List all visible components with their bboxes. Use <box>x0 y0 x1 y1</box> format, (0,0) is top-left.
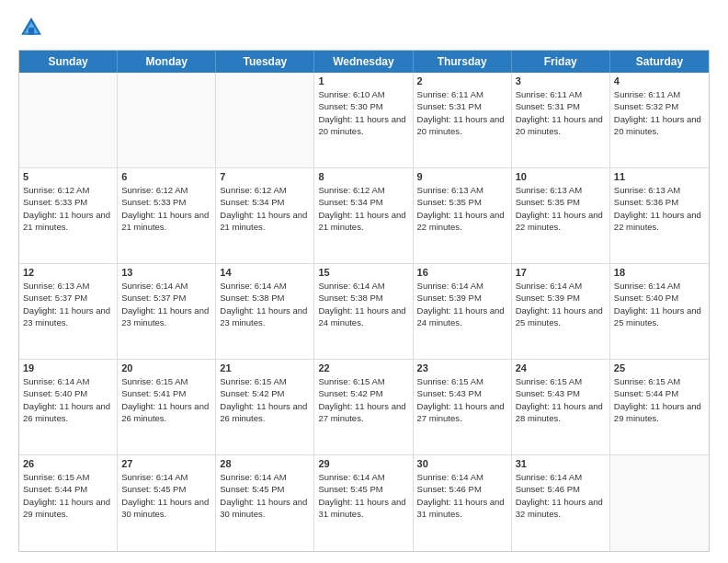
daylight: Daylight: 11 hours and 22 minutes. <box>516 210 603 232</box>
day-number: 29 <box>318 458 408 469</box>
day-number: 25 <box>614 362 705 373</box>
calendar-cell-day-30: 30Sunrise: 6:14 AMSunset: 5:46 PMDayligh… <box>414 455 512 551</box>
sunrise: Sunrise: 6:14 AM <box>23 376 89 386</box>
day-number: 11 <box>614 171 705 182</box>
day-number: 13 <box>121 267 211 278</box>
weekday-header-sunday: Sunday <box>19 51 118 73</box>
day-number: 10 <box>516 171 606 182</box>
calendar-cell-empty <box>610 455 709 551</box>
daylight: Daylight: 11 hours and 25 minutes. <box>516 305 603 327</box>
sunset: Sunset: 5:33 PM <box>121 197 186 207</box>
cell-info: Sunrise: 6:12 AMSunset: 5:33 PMDaylight:… <box>121 184 211 233</box>
weekday-header-wednesday: Wednesday <box>314 51 413 73</box>
calendar-cell-day-5: 5Sunrise: 6:12 AMSunset: 5:33 PMDaylight… <box>19 168 118 263</box>
sunrise: Sunrise: 6:14 AM <box>318 281 384 291</box>
sunrise: Sunrise: 6:13 AM <box>417 185 483 195</box>
cell-info: Sunrise: 6:11 AMSunset: 5:31 PMDaylight:… <box>417 88 507 137</box>
calendar-cell-day-13: 13Sunrise: 6:14 AMSunset: 5:37 PMDayligh… <box>118 264 216 359</box>
day-number: 5 <box>23 171 113 182</box>
calendar-cell-day-2: 2Sunrise: 6:11 AMSunset: 5:31 PMDaylight… <box>414 73 512 167</box>
daylight: Daylight: 11 hours and 29 minutes. <box>614 401 701 423</box>
cell-info: Sunrise: 6:14 AMSunset: 5:46 PMDaylight:… <box>516 471 606 520</box>
calendar-cell-day-23: 23Sunrise: 6:15 AMSunset: 5:43 PMDayligh… <box>414 360 512 454</box>
calendar-row-2: 5Sunrise: 6:12 AMSunset: 5:33 PMDaylight… <box>19 168 709 264</box>
sunset: Sunset: 5:38 PM <box>318 293 382 303</box>
weekday-header-thursday: Thursday <box>414 51 512 73</box>
sunrise: Sunrise: 6:14 AM <box>417 472 483 482</box>
svg-rect-2 <box>28 28 34 35</box>
day-number: 12 <box>23 267 113 278</box>
calendar-cell-day-11: 11Sunrise: 6:13 AMSunset: 5:36 PMDayligh… <box>610 168 709 263</box>
cell-info: Sunrise: 6:14 AMSunset: 5:38 PMDaylight:… <box>318 280 408 328</box>
calendar-cell-day-29: 29Sunrise: 6:14 AMSunset: 5:45 PMDayligh… <box>314 455 413 551</box>
daylight: Daylight: 11 hours and 23 minutes. <box>23 305 110 327</box>
daylight: Daylight: 11 hours and 23 minutes. <box>220 305 307 327</box>
day-number: 2 <box>417 75 507 86</box>
cell-info: Sunrise: 6:13 AMSunset: 5:35 PMDaylight:… <box>516 184 606 233</box>
cell-info: Sunrise: 6:14 AMSunset: 5:37 PMDaylight:… <box>121 280 211 328</box>
day-number: 20 <box>121 362 211 373</box>
daylight: Daylight: 11 hours and 21 minutes. <box>220 210 307 232</box>
sunset: Sunset: 5:40 PM <box>23 388 87 398</box>
sunrise: Sunrise: 6:14 AM <box>318 472 384 482</box>
cell-info: Sunrise: 6:14 AMSunset: 5:40 PMDaylight:… <box>614 280 705 328</box>
cell-info: Sunrise: 6:14 AMSunset: 5:39 PMDaylight:… <box>516 280 606 328</box>
sunset: Sunset: 5:30 PM <box>318 101 382 111</box>
cell-info: Sunrise: 6:14 AMSunset: 5:45 PMDaylight:… <box>220 471 310 520</box>
sunrise: Sunrise: 6:14 AM <box>220 472 286 482</box>
sunrise: Sunrise: 6:15 AM <box>417 376 483 386</box>
cell-info: Sunrise: 6:14 AMSunset: 5:40 PMDaylight:… <box>23 375 113 424</box>
sunset: Sunset: 5:35 PM <box>516 197 580 207</box>
daylight: Daylight: 11 hours and 26 minutes. <box>121 401 209 423</box>
cell-info: Sunrise: 6:10 AMSunset: 5:30 PMDaylight:… <box>318 88 408 137</box>
sunrise: Sunrise: 6:12 AM <box>318 185 384 195</box>
cell-info: Sunrise: 6:15 AMSunset: 5:43 PMDaylight:… <box>516 375 606 424</box>
cell-info: Sunrise: 6:12 AMSunset: 5:33 PMDaylight:… <box>23 184 113 233</box>
sunset: Sunset: 5:45 PM <box>318 484 382 494</box>
daylight: Daylight: 11 hours and 30 minutes. <box>220 497 307 519</box>
day-number: 6 <box>121 171 211 182</box>
daylight: Daylight: 11 hours and 20 minutes. <box>417 114 505 136</box>
calendar-cell-day-1: 1Sunrise: 6:10 AMSunset: 5:30 PMDaylight… <box>314 73 413 167</box>
daylight: Daylight: 11 hours and 29 minutes. <box>23 497 110 519</box>
calendar-cell-day-31: 31Sunrise: 6:14 AMSunset: 5:46 PMDayligh… <box>512 455 610 551</box>
calendar-cell-day-19: 19Sunrise: 6:14 AMSunset: 5:40 PMDayligh… <box>19 360 118 454</box>
sunset: Sunset: 5:43 PM <box>516 388 580 398</box>
calendar-cell-day-14: 14Sunrise: 6:14 AMSunset: 5:38 PMDayligh… <box>216 264 314 359</box>
cell-info: Sunrise: 6:11 AMSunset: 5:32 PMDaylight:… <box>614 88 705 137</box>
weekday-header-monday: Monday <box>118 51 216 73</box>
daylight: Daylight: 11 hours and 31 minutes. <box>318 497 405 519</box>
sunset: Sunset: 5:36 PM <box>614 197 678 207</box>
daylight: Daylight: 11 hours and 26 minutes. <box>23 401 110 423</box>
day-number: 8 <box>318 171 408 182</box>
sunrise: Sunrise: 6:10 AM <box>318 89 384 99</box>
sunrise: Sunrise: 6:11 AM <box>417 89 483 99</box>
cell-info: Sunrise: 6:15 AMSunset: 5:42 PMDaylight:… <box>220 375 310 424</box>
daylight: Daylight: 11 hours and 27 minutes. <box>417 401 505 423</box>
sunrise: Sunrise: 6:15 AM <box>614 376 680 386</box>
sunset: Sunset: 5:41 PM <box>121 388 186 398</box>
day-number: 15 <box>318 267 408 278</box>
cell-info: Sunrise: 6:15 AMSunset: 5:41 PMDaylight:… <box>121 375 211 424</box>
sunset: Sunset: 5:37 PM <box>121 293 186 303</box>
sunrise: Sunrise: 6:14 AM <box>121 281 188 291</box>
sunrise: Sunrise: 6:14 AM <box>220 281 286 291</box>
sunrise: Sunrise: 6:11 AM <box>516 89 582 99</box>
sunrise: Sunrise: 6:14 AM <box>614 281 680 291</box>
sunset: Sunset: 5:45 PM <box>121 484 186 494</box>
day-number: 19 <box>23 362 113 373</box>
daylight: Daylight: 11 hours and 20 minutes. <box>516 114 603 136</box>
day-number: 9 <box>417 171 507 182</box>
sunset: Sunset: 5:31 PM <box>516 101 580 111</box>
sunset: Sunset: 5:46 PM <box>516 484 580 494</box>
daylight: Daylight: 11 hours and 20 minutes. <box>318 114 405 136</box>
calendar-cell-day-17: 17Sunrise: 6:14 AMSunset: 5:39 PMDayligh… <box>512 264 610 359</box>
sunset: Sunset: 5:39 PM <box>516 293 580 303</box>
day-number: 17 <box>516 267 606 278</box>
calendar-row-5: 26Sunrise: 6:15 AMSunset: 5:44 PMDayligh… <box>19 455 709 551</box>
sunset: Sunset: 5:34 PM <box>220 197 284 207</box>
cell-info: Sunrise: 6:12 AMSunset: 5:34 PMDaylight:… <box>220 184 310 233</box>
calendar-cell-day-3: 3Sunrise: 6:11 AMSunset: 5:31 PMDaylight… <box>512 73 610 167</box>
sunset: Sunset: 5:46 PM <box>417 484 482 494</box>
sunset: Sunset: 5:38 PM <box>220 293 284 303</box>
